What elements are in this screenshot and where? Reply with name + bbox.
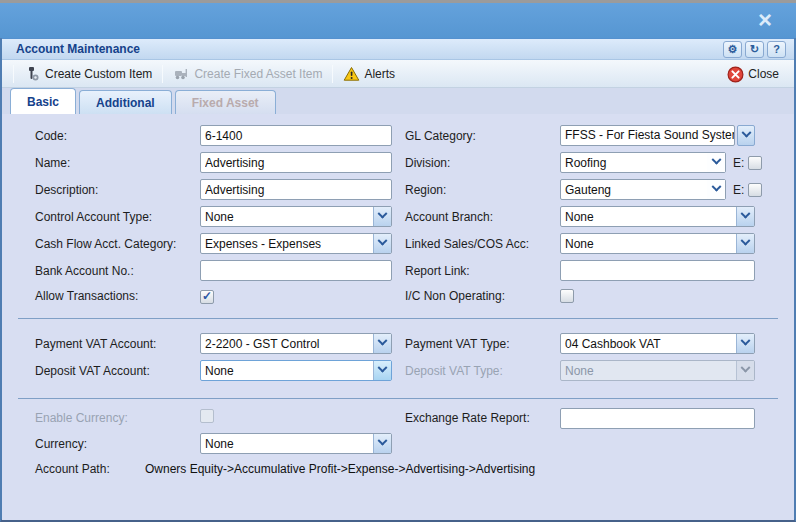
form-row: Cash Flow Acct. Category: Expenses - Exp…: [2, 230, 794, 257]
toolbar-separator: [162, 65, 163, 83]
chevron-down-icon[interactable]: [373, 207, 391, 226]
refresh-icon[interactable]: ↻: [745, 41, 764, 58]
linked-sales-cos-select[interactable]: None: [560, 233, 755, 254]
form-row: Control Account Type: None Account Branc…: [2, 203, 794, 230]
hammer-gear-icon: [24, 66, 40, 82]
description-label: Description:: [35, 183, 200, 197]
basic-tab-content: Code: GL Category: FFSS - For Fiesta Sou…: [2, 114, 794, 520]
chevron-down-icon[interactable]: [707, 153, 725, 172]
form-row: Allow Transactions: ✓ I/C Non Operating:: [2, 284, 794, 308]
help-icon[interactable]: ?: [767, 41, 786, 58]
report-link-label: Report Link:: [405, 264, 560, 278]
division-e-checkbox[interactable]: [748, 156, 762, 170]
linked-sales-cos-label: Linked Sales/COS Acc:: [405, 237, 560, 251]
division-select[interactable]: Roofing: [560, 152, 726, 173]
name-label: Name:: [35, 156, 200, 170]
bank-account-no-label: Bank Account No.:: [35, 264, 200, 278]
chevron-down-icon[interactable]: [736, 207, 754, 226]
allow-transactions-checkbox[interactable]: ✓: [200, 290, 214, 304]
account-branch-label: Account Branch:: [405, 210, 560, 224]
chevron-down-icon[interactable]: [373, 434, 391, 453]
close-button[interactable]: Close: [720, 62, 786, 86]
control-account-type-select[interactable]: None: [200, 206, 392, 227]
report-link-input[interactable]: [560, 260, 755, 281]
alerts-button[interactable]: Alerts: [336, 62, 402, 86]
code-input[interactable]: [200, 125, 392, 146]
chevron-down-icon[interactable]: [373, 334, 391, 353]
create-custom-item-button[interactable]: Create Custom Item: [17, 62, 159, 86]
account-branch-select[interactable]: None: [560, 206, 755, 227]
create-fixed-asset-item-button[interactable]: Create Fixed Asset Item: [166, 62, 329, 86]
cash-flow-category-label: Cash Flow Acct. Category:: [35, 237, 200, 251]
toolbar-item-label: Close: [748, 67, 779, 81]
account-path-value: Owners Equity->Accumulative Profit->Expe…: [145, 462, 535, 476]
division-e-label: E:: [733, 156, 744, 170]
close-icon: [727, 66, 743, 82]
payment-vat-type-select[interactable]: 04 Cashbook VAT: [560, 333, 755, 354]
currency-select[interactable]: None: [200, 433, 392, 454]
form-row: Payment VAT Account: 2-2200 - GST Contro…: [2, 330, 794, 357]
window-close-icon[interactable]: ×: [758, 5, 772, 35]
region-e-checkbox[interactable]: [748, 183, 762, 197]
division-label: Division:: [405, 156, 560, 170]
form-row: Bank Account No.: Report Link:: [2, 257, 794, 284]
chevron-down-icon[interactable]: [737, 125, 755, 146]
bank-account-no-input[interactable]: [200, 260, 392, 281]
tab-strip: Basic Additional Fixed Asset: [2, 88, 794, 114]
name-input[interactable]: [200, 152, 392, 173]
gl-category-select[interactable]: FFSS - For Fiesta Sound System: [560, 125, 755, 146]
section-divider: [18, 398, 778, 399]
chevron-down-icon[interactable]: [736, 234, 754, 253]
warning-icon: [343, 66, 359, 82]
ic-non-operating-checkbox[interactable]: [560, 289, 574, 303]
chevron-down-icon: [736, 361, 754, 380]
ic-non-operating-label: I/C Non Operating:: [405, 289, 560, 303]
forklift-icon: [173, 66, 189, 82]
form-row: Currency: None: [2, 430, 794, 457]
region-label: Region:: [405, 183, 560, 197]
panel-header: Account Maintenance ⚙ ↻ ?: [2, 38, 794, 60]
toolbar-separator: [13, 65, 14, 83]
chevron-down-icon[interactable]: [373, 361, 391, 380]
exchange-rate-report-label: Exchange Rate Report:: [405, 411, 560, 425]
description-input[interactable]: [200, 179, 392, 200]
gl-category-label: GL Category:: [405, 129, 560, 143]
exchange-rate-report-input[interactable]: [560, 408, 755, 429]
deposit-vat-type-label: Deposit VAT Type:: [405, 364, 560, 378]
toolbar-item-label: Alerts: [364, 67, 395, 81]
tab-additional[interactable]: Additional: [79, 90, 172, 114]
chevron-down-icon[interactable]: [736, 334, 754, 353]
form-row: Description: Region: Gauteng E:: [2, 176, 794, 203]
payment-vat-type-label: Payment VAT Type:: [405, 337, 560, 351]
form-row: Deposit VAT Account: None Deposit VAT Ty…: [2, 357, 794, 384]
toolbar: Create Custom Item Create Fixed Asset It…: [2, 60, 794, 88]
deposit-vat-account-select[interactable]: None: [200, 360, 392, 381]
currency-label: Currency:: [35, 437, 200, 451]
gear-icon[interactable]: ⚙: [723, 41, 742, 58]
form-row: Account Path: Owners Equity->Accumulativ…: [2, 457, 794, 481]
control-account-type-label: Control Account Type:: [35, 210, 200, 224]
chevron-down-icon[interactable]: [707, 180, 725, 199]
cash-flow-category-select[interactable]: Expenses - Expenses: [200, 233, 392, 254]
outer-titlebar: ×: [0, 3, 796, 38]
deposit-vat-type-select: None: [560, 360, 755, 381]
form-row: Enable Currency: Exchange Rate Report:: [2, 406, 794, 430]
toolbar-item-label: Create Fixed Asset Item: [194, 67, 322, 81]
code-label: Code:: [35, 129, 200, 143]
form-row: Name: Division: Roofing E:: [2, 149, 794, 176]
header-buttons: ⚙ ↻ ?: [723, 41, 786, 58]
section-divider: [18, 318, 778, 319]
page-title: Account Maintenance: [16, 42, 140, 56]
chevron-down-icon[interactable]: [373, 234, 391, 253]
toolbar-item-label: Create Custom Item: [45, 67, 152, 81]
region-e-label: E:: [733, 183, 744, 197]
tab-fixed-asset[interactable]: Fixed Asset: [175, 90, 276, 114]
account-maintenance-dialog: Account Maintenance ⚙ ↻ ? Create: [0, 38, 796, 522]
enable-currency-label: Enable Currency:: [35, 411, 200, 425]
enable-currency-checkbox: [200, 409, 214, 423]
allow-transactions-label: Allow Transactions:: [35, 289, 200, 303]
toolbar-separator: [332, 65, 333, 83]
payment-vat-account-select[interactable]: 2-2200 - GST Control: [200, 333, 392, 354]
region-select[interactable]: Gauteng: [560, 179, 726, 200]
tab-basic[interactable]: Basic: [10, 88, 76, 114]
